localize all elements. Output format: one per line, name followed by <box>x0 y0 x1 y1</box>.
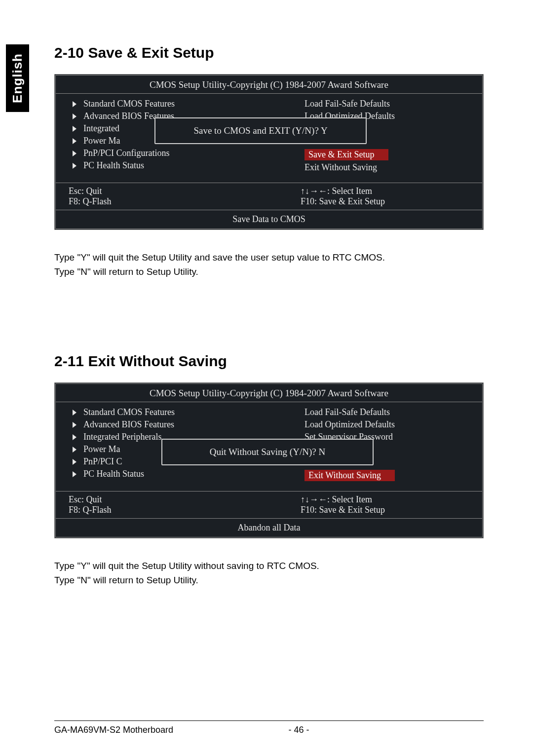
menu-item[interactable]: Load Optimized Defaults <box>286 418 475 431</box>
triangle-icon <box>73 101 76 107</box>
menu-item[interactable]: Standard CMOS Features <box>73 98 262 110</box>
key-hint-f10: F10: Save & Exit Setup <box>301 505 473 515</box>
triangle-icon <box>73 434 76 440</box>
triangle-icon <box>73 422 76 428</box>
bios-key-hints: Esc: Quit F8: Q-Flash ↑↓→←: Select Item … <box>56 491 482 518</box>
bios-screen-save-exit: CMOS Setup Utility-Copyright (C) 1984-20… <box>54 74 484 230</box>
menu-label: PnP/PCI Configurations <box>83 148 170 158</box>
menu-item[interactable]: Advanced BIOS Features <box>73 418 262 431</box>
menu-item[interactable]: PC Health Status <box>73 468 262 480</box>
confirm-dialog[interactable]: Quit Without Saving (Y/N)? N <box>161 439 374 465</box>
triangle-icon <box>73 447 76 453</box>
triangle-icon <box>73 126 76 132</box>
menu-label: Exit Without Saving <box>305 470 395 481</box>
bios-title: CMOS Setup Utility-Copyright (C) 1984-20… <box>56 76 482 93</box>
bios-footer-message: Save Data to CMOS <box>56 210 482 228</box>
menu-label: Load Fail-Safe Defaults <box>305 99 390 109</box>
menu-label: Standard CMOS Features <box>83 407 175 417</box>
triangle-icon <box>73 113 76 119</box>
menu-label: Power Ma <box>83 444 120 454</box>
page-footer: GA-MA69VM-S2 Motherboard - 46 - <box>54 720 484 735</box>
footer-page-number: - 46 - <box>289 725 484 735</box>
bios-screen-exit-without-saving: CMOS Setup Utility-Copyright (C) 1984-20… <box>54 382 484 538</box>
desc-line: Type "Y" will quit the Setup Utility wit… <box>54 559 484 573</box>
footer-product-name: GA-MA69VM-S2 Motherboard <box>54 725 289 735</box>
desc-line: Type "N" will return to Setup Utility. <box>54 573 484 588</box>
dialog-text: Save to CMOS and EXIT (Y/N)? Y <box>193 125 327 136</box>
key-hint-select: ↑↓→←: Select Item <box>301 186 473 196</box>
desc-line: Type "Y" will quit the Setup Utility and… <box>54 251 484 265</box>
menu-label: Exit Without Saving <box>305 162 377 172</box>
bios-key-hints: Esc: Quit F8: Q-Flash ↑↓→←: Select Item … <box>56 183 482 210</box>
bios-footer-message: Abandon all Data <box>56 518 482 537</box>
menu-label: Load Optimized Defaults <box>305 419 395 429</box>
menu-item[interactable]: PC Health Status <box>73 159 262 172</box>
description-text: Type "Y" will quit the Setup Utility wit… <box>54 559 484 587</box>
confirm-dialog[interactable]: Save to CMOS and EXIT (Y/N)? Y <box>154 117 367 144</box>
section-heading-save-exit: 2-10 Save & Exit Setup <box>54 44 484 61</box>
description-text: Type "Y" will quit the Setup Utility and… <box>54 251 484 279</box>
dialog-text: Quit Without Saving (Y/N)? N <box>210 447 325 457</box>
menu-item[interactable]: Exit Without Saving <box>286 161 475 174</box>
key-hint-esc: Esc: Quit <box>69 186 241 196</box>
menu-label: PC Health Status <box>83 160 144 171</box>
menu-item-selected[interactable]: Save & Exit Setup <box>286 148 475 161</box>
menu-label: Advanced BIOS Features <box>83 419 174 430</box>
triangle-icon <box>73 410 76 416</box>
menu-label: Integrated <box>83 123 119 134</box>
language-tab: English <box>6 44 29 112</box>
menu-label: PC Health Status <box>83 469 144 479</box>
bios-title: CMOS Setup Utility-Copyright (C) 1984-20… <box>56 384 482 402</box>
menu-item[interactable]: Load Fail-Safe Defaults <box>286 406 475 418</box>
menu-item-selected[interactable]: Exit Without Saving <box>286 469 475 482</box>
key-hint-select: ↑↓→←: Select Item <box>301 494 473 505</box>
bios-body: Standard CMOS Features Advanced BIOS Fea… <box>56 402 482 491</box>
desc-line: Type "N" will return to Setup Utility. <box>54 265 484 279</box>
triangle-icon <box>73 459 76 465</box>
key-hint-f8: F8: Q-Flash <box>69 505 241 515</box>
triangle-icon <box>73 471 76 477</box>
menu-item[interactable]: PnP/PCI Configurations <box>73 147 262 159</box>
key-hint-f10: F10: Save & Exit Setup <box>301 196 473 207</box>
menu-item[interactable]: Load Fail-Safe Defaults <box>286 98 475 110</box>
menu-label: Standard CMOS Features <box>83 99 175 109</box>
bios-body: Standard CMOS Features Advanced BIOS Fea… <box>56 93 482 183</box>
section-heading-exit-without-saving: 2-11 Exit Without Saving <box>54 353 484 370</box>
triangle-icon <box>73 151 76 156</box>
triangle-icon <box>73 163 76 169</box>
menu-label: Integrated Peripherals <box>83 432 161 442</box>
menu-item[interactable]: Standard CMOS Features <box>73 406 262 418</box>
menu-label: Save & Exit Setup <box>305 149 388 160</box>
menu-label: Load Fail-Safe Defaults <box>305 407 390 417</box>
page-content: 2-10 Save & Exit Setup CMOS Setup Utilit… <box>54 44 484 587</box>
key-hint-esc: Esc: Quit <box>69 494 241 505</box>
menu-label: PnP/PCI C <box>83 456 122 467</box>
key-hint-f8: F8: Q-Flash <box>69 196 241 207</box>
triangle-icon <box>73 138 76 144</box>
menu-label: Power Ma <box>83 136 120 146</box>
